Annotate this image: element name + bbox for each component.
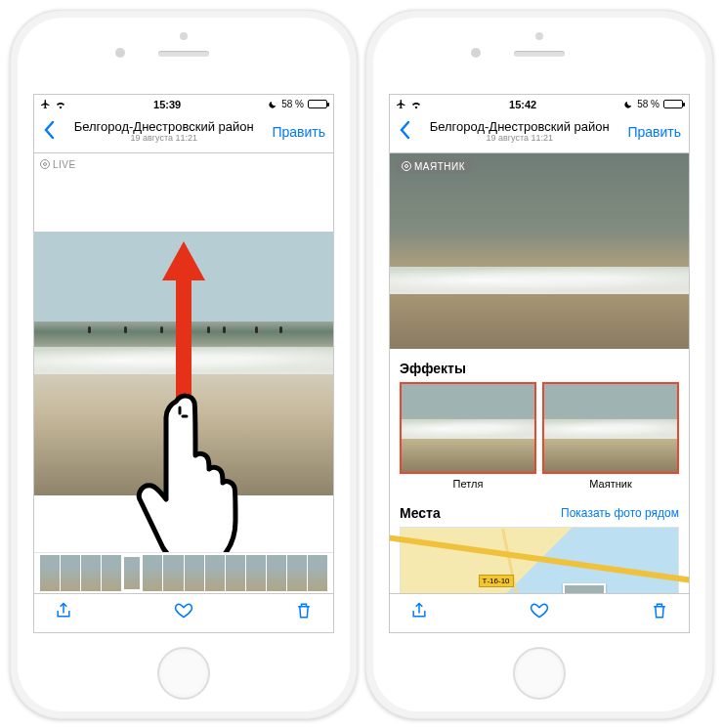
trash-icon[interactable]: [650, 601, 669, 624]
strip-thumb[interactable]: [246, 555, 266, 591]
favorite-icon[interactable]: [174, 601, 193, 624]
home-button[interactable]: [157, 647, 210, 700]
photo-preview[interactable]: МАЯТНИК: [390, 153, 689, 349]
bottom-toolbar: [390, 593, 689, 632]
back-button[interactable]: [42, 120, 56, 144]
share-icon[interactable]: [409, 601, 429, 624]
wifi-icon: [410, 100, 422, 109]
strip-thumb[interactable]: [267, 555, 286, 591]
speaker: [158, 51, 209, 57]
effects-row[interactable]: Петля Маятник: [400, 382, 679, 490]
clock: 15:39: [153, 99, 181, 110]
battery-icon: [308, 100, 327, 108]
dnd-moon-icon: [268, 100, 277, 109]
favorite-icon[interactable]: [530, 601, 549, 624]
clock: 15:42: [509, 99, 536, 110]
sensor: [180, 32, 188, 40]
home-button[interactable]: [513, 647, 566, 700]
photo-viewer[interactable]: LIVE: [34, 153, 333, 552]
battery-percent: 58 %: [281, 99, 304, 109]
page-subtitle: 19 августа 11:21: [56, 134, 272, 144]
live-icon: [402, 161, 411, 171]
effect-label: Петля: [400, 478, 536, 490]
effect-badge: МАЯТНИК: [396, 159, 471, 174]
nav-bar: Белгород-Днестровский район 19 августа 1…: [390, 112, 689, 153]
effects-heading: Эффекты: [400, 361, 466, 376]
strip-thumb[interactable]: [61, 555, 80, 591]
strip-thumb[interactable]: [226, 555, 245, 591]
strip-thumb[interactable]: [185, 555, 204, 591]
road-label: Т-16-10: [479, 575, 514, 587]
trash-icon[interactable]: [294, 601, 314, 624]
strip-thumb-current[interactable]: [122, 555, 142, 591]
iphone-left: 15:39 58 % Белгород-Днестровский район 1…: [10, 10, 358, 719]
back-button[interactable]: [398, 120, 411, 144]
show-nearby-link[interactable]: Показать фото рядом: [561, 506, 679, 520]
photo-strip[interactable]: [34, 552, 333, 593]
status-bar: 15:39 58 %: [34, 95, 333, 112]
live-icon: [40, 159, 50, 169]
strip-thumb[interactable]: [308, 555, 327, 591]
edit-button[interactable]: Править: [627, 124, 681, 140]
wifi-icon: [55, 100, 66, 109]
airplane-icon: [40, 99, 51, 109]
front-camera: [115, 48, 125, 58]
edit-button[interactable]: Править: [272, 124, 325, 140]
strip-thumb[interactable]: [102, 555, 121, 591]
page-title: Белгород-Днестровский район: [411, 120, 627, 134]
page-title: Белгород-Днестровский район: [56, 120, 272, 134]
strip-thumb[interactable]: [287, 555, 307, 591]
strip-thumb[interactable]: [81, 555, 101, 591]
share-icon[interactable]: [54, 601, 73, 624]
airplane-icon: [396, 99, 406, 109]
effect-bounce[interactable]: Маятник: [542, 382, 679, 490]
effect-loop[interactable]: Петля: [400, 382, 536, 490]
svg-marker-0: [162, 241, 205, 407]
front-camera: [471, 48, 481, 58]
strip-thumb[interactable]: [163, 555, 183, 591]
live-badge: LIVE: [40, 159, 76, 170]
speaker: [514, 51, 565, 57]
page-subtitle: 19 августа 11:21: [411, 134, 627, 144]
pointing-hand-icon: [125, 388, 242, 552]
bottom-toolbar: [34, 593, 333, 632]
photo-details[interactable]: МАЯТНИК Эффекты Петля: [390, 153, 689, 593]
status-bar: 15:42 58 %: [390, 95, 689, 112]
swipe-up-arrow-icon: [162, 241, 205, 407]
screen-left: 15:39 58 % Белгород-Днестровский район 1…: [33, 94, 334, 633]
map[interactable]: Т-16-10: [400, 527, 679, 593]
map-photo-pin[interactable]: [563, 583, 606, 593]
screen-right: 15:42 58 % Белгород-Днестровский район 1…: [389, 94, 690, 633]
nav-bar: Белгород-Днестровский район 19 августа 1…: [34, 112, 333, 153]
strip-thumb[interactable]: [40, 555, 60, 591]
strip-thumb[interactable]: [143, 555, 162, 591]
battery-percent: 58 %: [637, 99, 659, 109]
iphone-right: 15:42 58 % Белгород-Днестровский район 1…: [365, 10, 713, 719]
effect-label: Маятник: [542, 478, 679, 490]
battery-icon: [663, 100, 683, 108]
dnd-moon-icon: [623, 100, 633, 109]
places-heading: Места: [400, 505, 441, 521]
sensor: [535, 32, 543, 40]
strip-thumb[interactable]: [205, 555, 225, 591]
